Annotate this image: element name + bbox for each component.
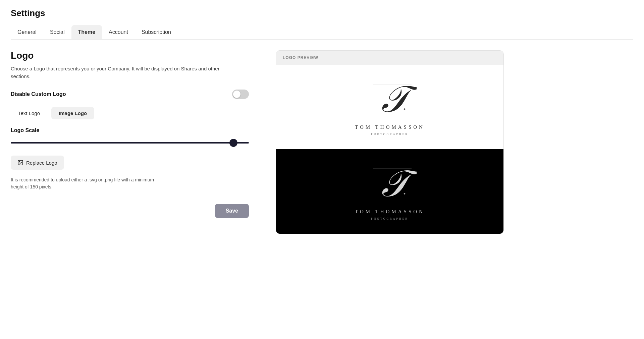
- preview-header: LOGO PREVIEW: [276, 51, 503, 65]
- svg-point-1: [19, 161, 20, 162]
- preview-dark: 𝒯 . TOM THOMASSON PHOTOGRAPHER: [276, 149, 503, 234]
- replace-logo-button[interactable]: Replace Logo: [11, 156, 64, 170]
- light-logo-subtitle: PHOTOGRAPHER: [371, 133, 409, 136]
- logo-scale-slider-container: [11, 139, 249, 145]
- scale-label: Logo Scale: [11, 127, 256, 133]
- svg-text:.: .: [403, 182, 407, 197]
- logo-section-description: Choose a Logo that represents you or you…: [11, 65, 239, 80]
- left-panel: Logo Choose a Logo that represents you o…: [11, 50, 256, 218]
- disable-logo-label: Disable Custom Logo: [11, 91, 66, 97]
- dark-logo-subtitle: PHOTOGRAPHER: [371, 217, 409, 220]
- upload-hint: It is recommended to upload either a .sv…: [11, 176, 165, 190]
- svg-text:𝒯: 𝒯: [380, 163, 417, 204]
- text-logo-button[interactable]: Text Logo: [11, 107, 47, 119]
- logo-preview-card: LOGO PREVIEW 𝒯 . TOM THOMASSON PHOTOGRAP…: [276, 50, 504, 234]
- main-content: Logo Choose a Logo that represents you o…: [11, 50, 633, 234]
- svg-text:.: .: [403, 98, 407, 113]
- page-title: Settings: [11, 8, 633, 18]
- dark-logo-name: TOM THOMASSON: [355, 209, 425, 215]
- replace-logo-label: Replace Logo: [26, 160, 57, 166]
- tab-social[interactable]: Social: [43, 25, 71, 39]
- tab-subscription[interactable]: Subscription: [135, 25, 178, 39]
- preview-light: 𝒯 . TOM THOMASSON PHOTOGRAPHER: [276, 65, 503, 149]
- tab-account[interactable]: Account: [102, 25, 135, 39]
- dark-logo-monogram: 𝒯 .: [363, 163, 417, 206]
- image-logo-button[interactable]: Image Logo: [51, 107, 94, 119]
- right-panel: LOGO PREVIEW 𝒯 . TOM THOMASSON PHOTOGRAP…: [276, 50, 633, 234]
- light-logo-monogram: 𝒯 .: [363, 78, 417, 122]
- tab-theme[interactable]: Theme: [71, 25, 102, 39]
- dark-logo-display: 𝒯 . TOM THOMASSON PHOTOGRAPHER: [355, 163, 425, 220]
- tab-general[interactable]: General: [11, 25, 43, 39]
- tabs-nav: General Social Theme Account Subscriptio…: [11, 25, 633, 40]
- light-logo-name: TOM THOMASSON: [355, 124, 425, 130]
- light-logo-display: 𝒯 . TOM THOMASSON PHOTOGRAPHER: [355, 78, 425, 136]
- disable-logo-row: Disable Custom Logo: [11, 90, 249, 99]
- image-icon: [17, 160, 23, 166]
- save-button[interactable]: Save: [215, 204, 249, 218]
- svg-text:𝒯: 𝒯: [380, 79, 417, 120]
- logo-section-title: Logo: [11, 50, 256, 61]
- save-btn-row: Save: [11, 204, 249, 218]
- logo-type-buttons: Text Logo Image Logo: [11, 107, 256, 119]
- logo-scale-slider[interactable]: [11, 142, 249, 144]
- disable-logo-toggle[interactable]: [232, 90, 249, 99]
